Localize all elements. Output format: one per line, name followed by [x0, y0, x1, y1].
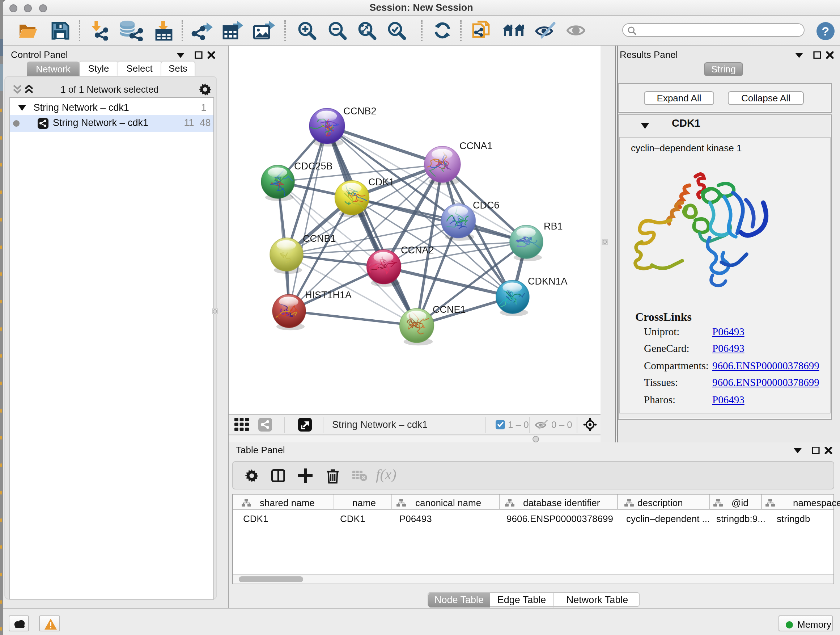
svg-text:?: ? — [821, 24, 829, 38]
